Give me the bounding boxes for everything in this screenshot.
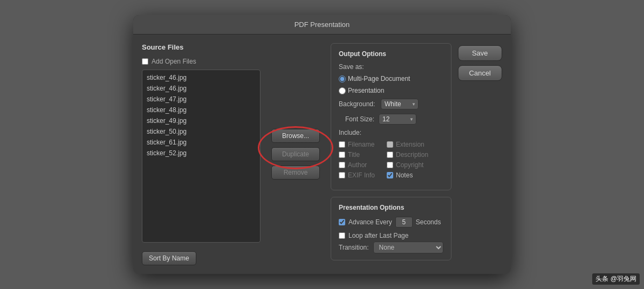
source-files-title: Source Files xyxy=(142,43,261,51)
list-item[interactable]: sticker_49.jpg xyxy=(142,115,260,126)
background-select[interactable]: White Black None xyxy=(381,99,419,109)
filename-checkbox[interactable] xyxy=(339,141,345,148)
loop-label: Loop after Last Page xyxy=(348,232,408,239)
browse-button[interactable]: Browse... xyxy=(271,129,320,143)
notes-checkbox[interactable] xyxy=(387,172,393,178)
list-item[interactable]: sticker_46.jpg xyxy=(142,72,260,83)
multi-page-radio[interactable] xyxy=(339,75,346,82)
add-open-files-row: Add Open Files xyxy=(142,58,261,65)
advance-seconds-input[interactable] xyxy=(395,217,413,228)
source-files-panel: Source Files Add Open Files sticker_46.j… xyxy=(142,43,261,265)
author-check-label[interactable]: Author xyxy=(339,161,380,169)
description-check-label[interactable]: Description xyxy=(387,151,428,159)
dialog-title: PDF Presentation xyxy=(133,15,511,35)
seconds-label: Seconds xyxy=(416,218,441,226)
include-label: Include: xyxy=(339,129,376,136)
exif-checkbox[interactable] xyxy=(339,172,345,178)
action-buttons: Save Cancel xyxy=(458,43,502,265)
save-button[interactable]: Save xyxy=(458,45,502,61)
list-item[interactable]: sticker_50.jpg xyxy=(142,126,260,137)
loop-row: Loop after Last Page xyxy=(339,232,443,239)
list-item[interactable]: sticker_52.jpg xyxy=(142,148,260,159)
notes-check-label[interactable]: Notes xyxy=(387,171,428,179)
remove-button[interactable]: Remove xyxy=(271,166,320,180)
save-as-row: Save as: Multi-Page Document Presentatio… xyxy=(339,63,443,94)
title-checkbox[interactable] xyxy=(339,152,345,158)
right-panel: Output Options Save as: Multi-Page Docum… xyxy=(331,43,451,265)
save-as-label: Save as: xyxy=(339,63,376,71)
font-size-select-wrapper: 12 10 14 xyxy=(379,114,416,125)
watermark: 头条 @羽兔网 xyxy=(592,273,640,285)
description-checkbox[interactable] xyxy=(387,152,393,158)
advance-every-label: Advance Every xyxy=(348,218,392,226)
add-open-files-label: Add Open Files xyxy=(152,58,196,65)
copyright-check-label[interactable]: Copyright xyxy=(387,161,428,169)
duplicate-button[interactable]: Duplicate xyxy=(271,147,320,161)
background-label: Background: xyxy=(339,100,376,108)
presentation-radio-label[interactable]: Presentation xyxy=(339,87,384,94)
copyright-checkbox[interactable] xyxy=(387,162,393,168)
presentation-section-title: Presentation Options xyxy=(339,204,443,211)
advance-every-checkbox[interactable] xyxy=(339,219,345,225)
extension-checkbox[interactable] xyxy=(387,141,393,148)
background-row: Background: White Black None Font Size: … xyxy=(339,99,443,125)
font-size-label: Font Size: xyxy=(345,115,374,123)
multi-page-radio-label[interactable]: Multi-Page Document xyxy=(339,75,410,82)
font-size-select[interactable]: 12 10 14 xyxy=(379,114,416,125)
list-item[interactable]: sticker_48.jpg xyxy=(142,105,260,115)
title-check-label[interactable]: Title xyxy=(339,151,380,159)
list-item[interactable]: sticker_61.jpg xyxy=(142,137,260,148)
advance-every-row: Advance Every Seconds xyxy=(339,217,443,228)
include-row: Include: Filename Extension Title xyxy=(339,129,443,179)
pdf-presentation-dialog: PDF Presentation Source Files Add Open F… xyxy=(133,15,511,274)
include-grid: Filename Extension Title Descriptio xyxy=(339,141,428,179)
background-select-wrapper: White Black None xyxy=(381,99,419,109)
transition-row: Transition: None Fade Dissolve xyxy=(339,242,443,253)
cancel-button[interactable]: Cancel xyxy=(458,65,502,81)
file-list[interactable]: sticker_46.jpgsticker_46.jpgsticker_47.j… xyxy=(142,70,261,243)
presentation-options-section: Presentation Options Advance Every Secon… xyxy=(331,197,451,260)
output-section-title: Output Options xyxy=(339,50,443,58)
extension-check-label[interactable]: Extension xyxy=(387,141,428,148)
exif-check-label[interactable]: EXIF Info xyxy=(339,171,380,179)
sort-by-name-button[interactable]: Sort By Name xyxy=(142,251,196,265)
loop-checkbox[interactable] xyxy=(339,232,345,239)
presentation-radio[interactable] xyxy=(339,87,346,94)
filename-check-label[interactable]: Filename xyxy=(339,141,380,148)
transition-label: Transition: xyxy=(339,244,369,251)
transition-select[interactable]: None Fade Dissolve xyxy=(373,242,443,253)
middle-buttons: Browse... Duplicate Remove xyxy=(267,43,324,265)
list-item[interactable]: sticker_46.jpg xyxy=(142,83,260,94)
author-checkbox[interactable] xyxy=(339,162,345,168)
add-open-files-checkbox[interactable] xyxy=(142,58,148,65)
list-item[interactable]: sticker_47.jpg xyxy=(142,94,260,105)
output-options-section: Output Options Save as: Multi-Page Docum… xyxy=(331,43,451,190)
